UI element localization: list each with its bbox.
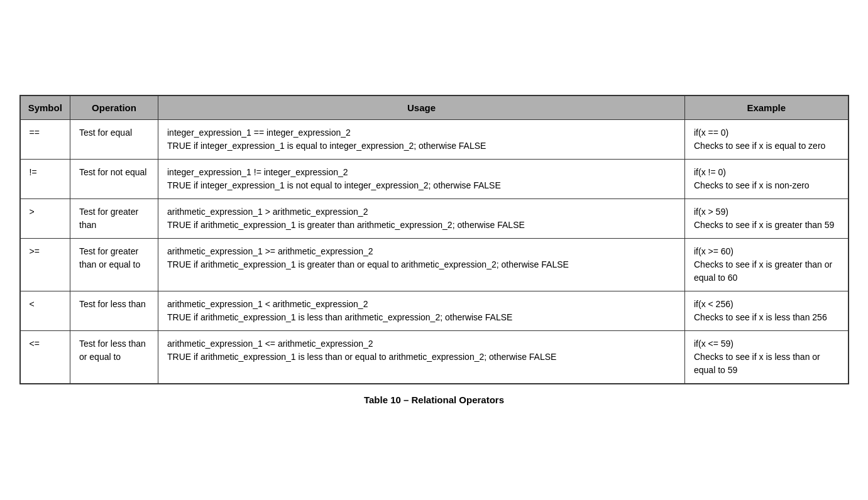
table-row: >Test for greater thanarithmetic_express…	[20, 199, 849, 239]
table-caption: Table 10 – Relational Operators	[19, 394, 849, 405]
table-row: <=Test for less than or equal toarithmet…	[20, 331, 849, 384]
table-row: ==Test for equalinteger_expression_1 == …	[20, 120, 849, 160]
table-header-row: Symbol Operation Usage Example	[20, 95, 849, 120]
cell-example: if(x != 0)Checks to see if x is non-zero	[685, 160, 849, 199]
cell-usage: arithmetic_expression_1 >= arithmetic_ex…	[158, 239, 685, 291]
cell-operation: Test for less than	[70, 291, 158, 331]
header-symbol: Symbol	[20, 95, 70, 120]
cell-symbol: <=	[20, 331, 70, 384]
cell-usage: integer_expression_1 == integer_expressi…	[158, 120, 685, 160]
cell-symbol: !=	[20, 160, 70, 199]
header-operation: Operation	[70, 95, 158, 120]
cell-symbol: <	[20, 291, 70, 331]
table-row: !=Test for not equalinteger_expression_1…	[20, 160, 849, 199]
cell-operation: Test for equal	[70, 120, 158, 160]
table-row: >=Test for greater than or equal toarith…	[20, 239, 849, 291]
cell-usage: arithmetic_expression_1 < arithmetic_exp…	[158, 291, 685, 331]
cell-usage: integer_expression_1 != integer_expressi…	[158, 160, 685, 199]
cell-symbol: >	[20, 199, 70, 239]
cell-example: if(x < 256)Checks to see if x is less th…	[685, 291, 849, 331]
cell-example: if(x >= 60)Checks to see if x is greater…	[685, 239, 849, 291]
header-example: Example	[685, 95, 849, 120]
table-container: Symbol Operation Usage Example ==Test fo…	[19, 95, 849, 405]
header-usage: Usage	[158, 95, 685, 120]
cell-example: if(x == 0)Checks to see if x is equal to…	[685, 120, 849, 160]
cell-symbol: >=	[20, 239, 70, 291]
table-row: <Test for less thanarithmetic_expression…	[20, 291, 849, 331]
cell-example: if(x > 59)Checks to see if x is greater …	[685, 199, 849, 239]
cell-operation: Test for less than or equal to	[70, 331, 158, 384]
cell-usage: arithmetic_expression_1 <= arithmetic_ex…	[158, 331, 685, 384]
cell-operation: Test for not equal	[70, 160, 158, 199]
cell-operation: Test for greater than	[70, 199, 158, 239]
cell-operation: Test for greater than or equal to	[70, 239, 158, 291]
cell-symbol: ==	[20, 120, 70, 160]
relational-operators-table: Symbol Operation Usage Example ==Test fo…	[19, 95, 849, 384]
cell-usage: arithmetic_expression_1 > arithmetic_exp…	[158, 199, 685, 239]
cell-example: if(x <= 59)Checks to see if x is less th…	[685, 331, 849, 384]
